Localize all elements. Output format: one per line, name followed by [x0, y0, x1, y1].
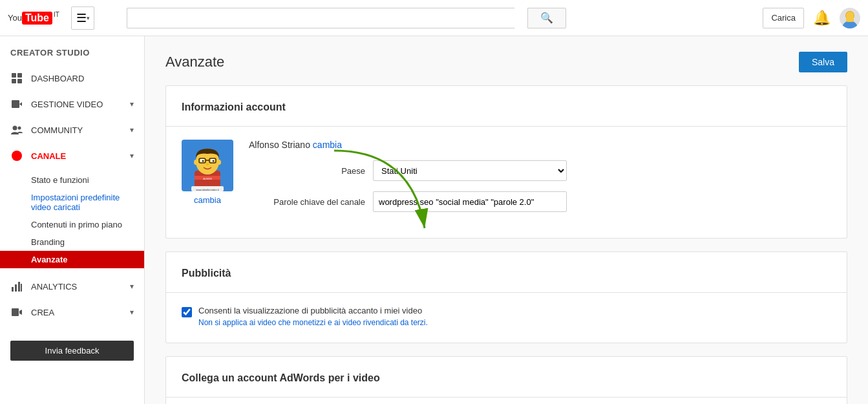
svg-rect-5	[17, 73, 22, 78]
dashboard-icon	[10, 72, 23, 85]
sidebar-item-community[interactable]: COMMUNITY ▾	[0, 117, 144, 143]
adwords-section: Collega un account AdWords per i video I…	[165, 356, 847, 404]
logo: YouTubeIT ☰ ▾	[8, 6, 94, 30]
avatar[interactable]	[840, 8, 860, 28]
svg-marker-9	[19, 102, 22, 106]
svg-point-13	[15, 154, 19, 158]
pub-checkbox[interactable]	[182, 307, 192, 317]
svg-marker-19	[19, 310, 22, 315]
sidebar-item-crea-label: CREA	[31, 308, 130, 317]
youtube-logo: YouTubeIT	[8, 8, 66, 28]
paese-select[interactable]: Stati Uniti	[373, 160, 567, 181]
pubblicita-title: Pubblicità	[182, 268, 831, 279]
svg-point-27	[202, 160, 204, 162]
pub-divider	[166, 292, 847, 293]
pub-checkbox-row: Consenti la visualizzazione di pubblicit…	[182, 306, 831, 327]
svg-rect-16	[18, 282, 20, 292]
layout: CREATOR STUDIO DASHBOARD GESTIO	[0, 36, 868, 404]
account-avatar: ALWEB	[182, 140, 233, 191]
account-name: Alfonso Striano cambia	[249, 140, 831, 150]
page-header: Avanzate Salva	[165, 52, 847, 72]
menu-arrow: ▾	[87, 15, 90, 21]
menu-button[interactable]: ☰ ▾	[71, 6, 94, 30]
save-button[interactable]: Salva	[799, 52, 847, 72]
svg-text:www.alwebcreator.it: www.alwebcreator.it	[196, 188, 219, 191]
svg-rect-14	[12, 287, 14, 292]
main-content: Avanzate Salva Informazioni account	[145, 36, 868, 404]
sidebar-title: CREATOR STUDIO	[0, 36, 144, 65]
adwords-title: Collega un account AdWords per i video	[182, 372, 831, 384]
sidebar-item-dashboard-label: DASHBOARD	[31, 74, 134, 83]
sidebar: CREATOR STUDIO DASHBOARD GESTIO	[0, 36, 145, 404]
chevron-down-icon: ▾	[130, 308, 134, 317]
analytics-icon	[10, 280, 23, 293]
svg-rect-6	[12, 79, 16, 83]
account-info-title: Informazioni account	[182, 101, 831, 113]
avatar-area: ALWEB	[182, 140, 233, 205]
section-divider	[166, 126, 847, 127]
account-details: Alfonso Striano cambia Paese Stati Uniti…	[249, 140, 831, 222]
sidebar-subitem-branding[interactable]: Branding	[31, 233, 144, 251]
chevron-down-icon: ▾	[130, 151, 134, 160]
notifications-bell-icon[interactable]: 🔔	[813, 10, 831, 27]
navbar-right: Carica 🔔	[763, 8, 860, 28]
canale-subitems: Stato e funzioni Impostazioni predefinit…	[0, 169, 144, 273]
sidebar-subitem-avanzate[interactable]: Avanzate	[0, 251, 144, 268]
svg-rect-15	[15, 284, 17, 292]
pubblicita-section: Pubblicità Consenti la visualizzazione d…	[165, 251, 847, 343]
pub-label-area: Consenti la visualizzazione di pubblicit…	[198, 306, 831, 327]
svg-point-11	[18, 127, 21, 130]
pub-sublabel: Non si applica ai video che monetizzi e …	[198, 318, 831, 327]
chevron-down-icon: ▾	[130, 100, 134, 109]
svg-point-10	[13, 126, 17, 131]
sidebar-item-community-label: COMMUNITY	[31, 125, 130, 135]
search-input[interactable]	[127, 8, 514, 28]
svg-point-31	[217, 160, 221, 165]
svg-rect-7	[17, 79, 22, 83]
svg-text:ALWEB: ALWEB	[203, 177, 212, 180]
svg-point-28	[213, 160, 215, 162]
sidebar-item-dashboard[interactable]: DASHBOARD	[0, 65, 144, 91]
parole-chiave-row: Parole chiave del canale	[249, 191, 831, 212]
sidebar-item-canale-label: CANALE	[31, 151, 130, 161]
people-icon	[10, 123, 23, 136]
sidebar-item-canale[interactable]: CANALE ▾	[0, 143, 144, 169]
svg-rect-4	[12, 73, 16, 78]
change-name-link[interactable]: cambia	[313, 140, 342, 150]
svg-rect-17	[21, 284, 22, 292]
sidebar-item-analytics[interactable]: ANALYTICS ▾	[0, 273, 144, 299]
sidebar-item-gestione-video[interactable]: GESTIONE VIDEO ▾	[0, 91, 144, 117]
account-info-section: Informazioni account ALWEB	[165, 85, 847, 239]
svg-rect-8	[12, 100, 19, 108]
chevron-down-icon: ▾	[130, 282, 134, 291]
search-button[interactable]: 🔍	[527, 8, 566, 28]
logo-you: You	[8, 13, 22, 23]
paese-row: Paese Stati Uniti	[249, 160, 831, 181]
parole-chiave-label: Parole chiave del canale	[249, 197, 365, 207]
svg-point-29	[206, 164, 209, 165]
pub-label: Consenti la visualizzazione di pubblicit…	[198, 306, 831, 315]
parole-chiave-input[interactable]	[373, 191, 567, 212]
sidebar-item-gestione-video-label: GESTIONE VIDEO	[31, 100, 130, 109]
carica-button[interactable]: Carica	[763, 8, 804, 28]
change-avatar-link[interactable]: cambia	[194, 195, 221, 205]
svg-rect-3	[846, 17, 854, 22]
paese-label: Paese	[249, 166, 365, 176]
sidebar-item-analytics-label: ANALYTICS	[31, 282, 130, 292]
account-info: ALWEB	[182, 140, 831, 222]
sidebar-feedback: Invia feedback	[0, 330, 144, 371]
video-icon	[10, 98, 23, 111]
hamburger-icon: ☰	[76, 11, 87, 25]
search-bar: 🔍	[114, 8, 566, 28]
feedback-button[interactable]: Invia feedback	[10, 341, 134, 361]
navbar: YouTubeIT ☰ ▾ 🔍 Carica 🔔	[0, 0, 868, 36]
sidebar-item-crea[interactable]: CREA ▾	[0, 299, 144, 325]
chevron-down-icon: ▾	[130, 125, 134, 134]
logo-it: IT	[54, 11, 59, 18]
svg-point-30	[194, 160, 198, 165]
sidebar-subitem-impostazioni[interactable]: Impostazioni predefinite video caricati	[31, 189, 144, 216]
page-title: Avanzate	[165, 54, 224, 70]
adwords-divider	[166, 397, 847, 398]
sidebar-subitem-contenuti[interactable]: Contenuti in primo piano	[31, 216, 144, 233]
sidebar-subitem-stato[interactable]: Stato e funzioni	[31, 171, 144, 189]
